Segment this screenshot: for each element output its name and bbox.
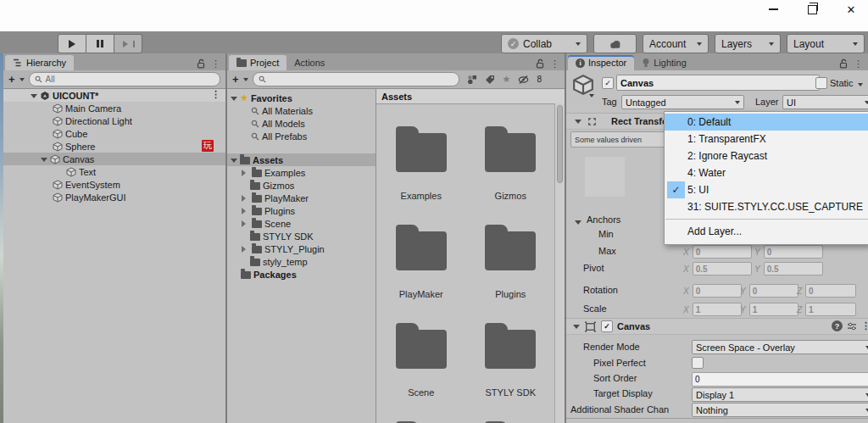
layer-menu-item-default[interactable]: 0: Default	[665, 114, 868, 131]
value-field[interactable]: 0	[693, 284, 742, 298]
project-search-input[interactable]	[253, 72, 459, 86]
tree-item-plugins[interactable]: Plugins	[227, 204, 376, 217]
layer-menu-item-ui[interactable]: ✓ 5: UI	[665, 181, 868, 198]
packages-root[interactable]: Packages	[227, 268, 376, 281]
expander-down-icon[interactable]	[231, 97, 237, 104]
lock-icon[interactable]	[839, 58, 848, 69]
component-menu-icon[interactable]: ⋮	[861, 321, 868, 331]
step-button[interactable]	[114, 34, 142, 53]
lock-icon[interactable]	[197, 58, 205, 69]
restore-button[interactable]	[805, 3, 819, 16]
hierarchy-item-text[interactable]: Text	[3, 165, 225, 178]
tree-item-gizmos[interactable]: Gizmos	[227, 179, 376, 192]
favorites-star-icon[interactable]: ★	[503, 75, 511, 84]
presets-icon[interactable]	[847, 321, 857, 331]
tree-item-playmaker[interactable]: PlayMaker	[227, 192, 376, 204]
hidden-packages-icon[interactable]	[518, 75, 529, 85]
expander-down-icon[interactable]	[41, 158, 47, 165]
tree-item-styly-plugin[interactable]: STYLY_Plugin	[227, 242, 376, 255]
asset-folder-gizmos[interactable]: Gizmos	[466, 104, 556, 203]
tree-item-examples[interactable]: Examples	[227, 166, 376, 179]
value-field[interactable]: 0.5	[693, 262, 752, 276]
static-chevron-icon[interactable]	[858, 83, 863, 89]
value-field[interactable]: 0	[693, 245, 752, 259]
layer-menu-item-ignore-raycast[interactable]: 2: Ignore Raycast	[665, 147, 868, 164]
layer-menu-add-layer[interactable]: Add Layer...	[665, 223, 868, 240]
component-enabled-checkbox[interactable]: ✓	[601, 320, 613, 332]
anchor-preset-preview[interactable]	[585, 157, 625, 197]
tab-hierarchy[interactable]: Hierarchy	[5, 55, 74, 70]
hierarchy-search-input[interactable]: All	[29, 72, 220, 86]
create-button[interactable]: +	[8, 74, 15, 85]
create-chevron-icon[interactable]	[243, 78, 248, 84]
value-field[interactable]: 1	[749, 303, 798, 316]
value-field[interactable]: 1	[693, 303, 742, 316]
asset-folder-plugins[interactable]: Plugins	[466, 203, 556, 301]
expander-right-icon[interactable]	[242, 208, 249, 214]
render-mode-dropdown[interactable]: Screen Space - Overlay	[692, 340, 868, 354]
canvas-component-header[interactable]: ✓ Canvas ? ⋮	[566, 318, 868, 335]
asset-folder-scene[interactable]: Scene	[376, 301, 466, 399]
expander-down-icon[interactable]	[575, 220, 581, 228]
expander-down-icon[interactable]	[575, 120, 581, 127]
expander-down-icon[interactable]	[31, 94, 37, 102]
hierarchy-item-eventsystem[interactable]: EventSystem	[3, 178, 225, 191]
layout-dropdown[interactable]: Layout	[787, 34, 865, 53]
additional-shader-channels-dropdown[interactable]: Nothing	[692, 403, 868, 417]
create-chevron-icon[interactable]	[19, 78, 25, 84]
tab-actions[interactable]: Actions	[287, 55, 332, 70]
static-checkbox[interactable]	[815, 77, 827, 89]
hierarchy-item-main-camera[interactable]: Main Camera	[3, 102, 225, 114]
tab-lighting[interactable]: Lighting	[634, 55, 694, 70]
asset-folder-partial[interactable]	[466, 399, 556, 423]
favorites-root[interactable]: ★ Favorites	[227, 92, 376, 104]
tree-item-scene[interactable]: Scene	[227, 217, 376, 230]
lock-icon[interactable]	[536, 58, 544, 69]
hierarchy-item-canvas[interactable]: Canvas	[3, 153, 225, 165]
panel-menu-icon[interactable]: ⋮	[550, 59, 559, 69]
value-field[interactable]: 0.5	[764, 262, 823, 276]
panel-menu-icon[interactable]: ⋮	[854, 59, 863, 69]
hierarchy-item-directional-light[interactable]: Directional Light	[3, 114, 225, 127]
expander-right-icon[interactable]	[242, 195, 249, 202]
value-field[interactable]: 0	[749, 284, 798, 298]
favorites-all-models[interactable]: All Models	[227, 117, 376, 130]
pixel-perfect-checkbox[interactable]	[692, 357, 704, 369]
help-icon[interactable]: ?	[832, 320, 843, 331]
layers-dropdown[interactable]: Layers	[715, 34, 781, 53]
favorites-all-materials[interactable]: All Materials	[227, 104, 376, 117]
layer-menu-item-use-capture[interactable]: 31: SUITE.STYLY.CC.USE_CAPTURE	[665, 198, 868, 215]
layer-dropdown[interactable]: UI	[782, 95, 868, 109]
hierarchy-item-cube[interactable]: Cube	[3, 127, 225, 140]
asset-folder-playmaker[interactable]: PlayMaker	[376, 203, 466, 301]
grid-scrollbar[interactable]	[554, 103, 565, 423]
expander-right-icon[interactable]	[242, 220, 249, 227]
value-field[interactable]: 1	[805, 303, 856, 316]
tree-item-styly-temp[interactable]: styly_temp	[227, 255, 376, 268]
scene-menu-icon[interactable]: ⋮	[211, 90, 220, 99]
asset-folder-styly-sdk[interactable]: STYLY SDK	[466, 301, 556, 399]
search-by-type-icon[interactable]	[467, 75, 477, 85]
expander-right-icon[interactable]	[242, 170, 249, 176]
panel-menu-icon[interactable]: ⋮	[211, 59, 220, 69]
favorites-all-prefabs[interactable]: All Prefabs	[227, 130, 376, 142]
target-display-dropdown[interactable]: Display 1	[692, 387, 868, 402]
layer-menu-item-transparentfx[interactable]: 1: TransparentFX	[665, 131, 868, 147]
search-by-label-icon[interactable]	[485, 75, 495, 85]
close-button[interactable]: ✕	[844, 3, 858, 16]
play-button[interactable]	[58, 34, 86, 53]
tab-project[interactable]: Project	[229, 55, 287, 70]
collab-button[interactable]: ✓ Collab	[501, 34, 587, 53]
active-checkbox[interactable]: ✓	[602, 77, 614, 89]
gameobject-icon-chevron[interactable]	[589, 94, 594, 100]
hierarchy-item-sphere[interactable]: Sphere 玩	[3, 140, 225, 153]
scene-row[interactable]: UICOUNT* ⋮	[3, 89, 225, 102]
cloud-button[interactable]	[593, 34, 637, 53]
layer-menu-item-water[interactable]: 4: Water	[665, 164, 868, 181]
pause-button[interactable]	[86, 34, 114, 53]
asset-folder-examples[interactable]: Examples	[376, 104, 466, 203]
value-field[interactable]: 0	[805, 284, 856, 298]
minimize-button[interactable]	[766, 3, 780, 16]
assets-root[interactable]: Assets	[227, 153, 376, 166]
expander-right-icon[interactable]	[242, 246, 249, 253]
